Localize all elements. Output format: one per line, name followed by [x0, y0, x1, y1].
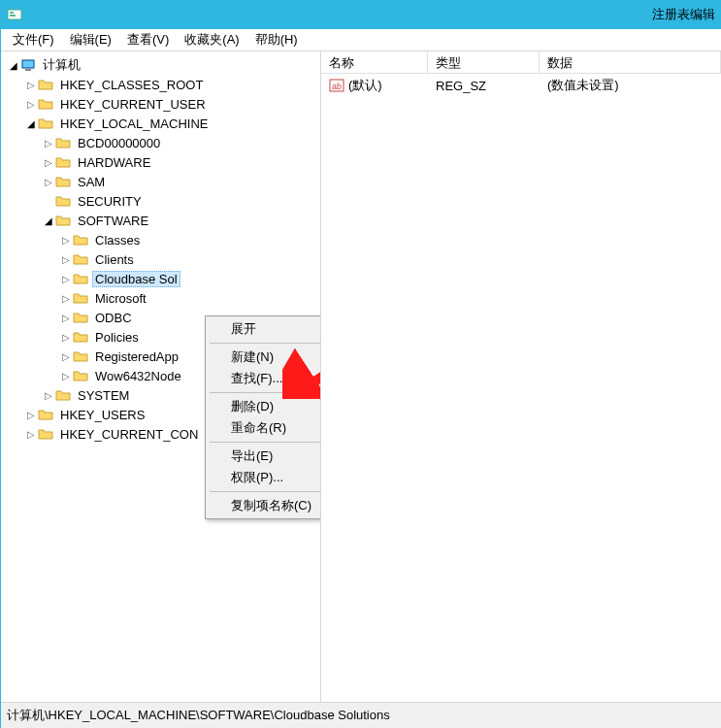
folder-icon [38, 426, 53, 442]
folder-icon [55, 213, 71, 228]
folder-icon [38, 96, 53, 112]
folder-icon [73, 368, 88, 383]
tree-item-hklm[interactable]: HKEY_LOCAL_MACHINE [57, 116, 211, 132]
expand-icon[interactable]: ▷ [59, 233, 73, 247]
title-bar: 注册表编辑 [1, 0, 721, 29]
expand-icon[interactable]: ◢ [7, 58, 20, 72]
expand-icon[interactable]: ▷ [42, 136, 55, 149]
tree-item[interactable]: BCD00000000 [75, 135, 163, 151]
expand-icon[interactable]: ▷ [42, 388, 55, 402]
ctx-expand[interactable]: 展开 [208, 318, 321, 340]
computer-icon [20, 57, 36, 73]
tree-item[interactable]: Clients [92, 251, 137, 268]
expand-icon[interactable]: ▷ [59, 369, 73, 382]
ctx-find[interactable]: 查找(F)... [208, 368, 321, 389]
expand-icon[interactable]: ▷ [42, 175, 55, 188]
tree-item[interactable]: Wow6432Node [92, 368, 184, 384]
list-header: 名称 类型 数据 [321, 51, 721, 74]
ctx-rename[interactable]: 重命名(R) [208, 417, 321, 439]
expand-icon[interactable]: ▷ [24, 408, 38, 421]
expand-icon[interactable]: ▷ [59, 311, 73, 324]
expand-icon[interactable]: ◢ [24, 116, 38, 130]
expand-icon[interactable] [42, 194, 55, 208]
expand-icon[interactable]: ▷ [24, 97, 38, 111]
expand-icon[interactable]: ▷ [24, 427, 38, 441]
separator [210, 491, 321, 492]
status-path: 计算机\HKEY_LOCAL_MACHINE\SOFTWARE\Cloudbas… [7, 707, 390, 724]
folder-icon [55, 193, 71, 209]
folder-icon [55, 387, 71, 403]
context-menu: 展开 新建(N)▶ 查找(F)... 删除(D) 重命名(R) 导出(E) 权限… [205, 315, 321, 519]
tree-item[interactable]: SAM [75, 174, 108, 190]
separator [210, 392, 321, 393]
tree-item[interactable]: Microsoft [92, 290, 149, 307]
folder-icon [55, 154, 71, 170]
expand-icon[interactable]: ▷ [59, 349, 73, 363]
tree-item[interactable]: ODBC [92, 310, 135, 326]
tree-item[interactable]: RegisteredApp [92, 348, 181, 365]
separator [210, 442, 321, 443]
value-list[interactable]: 名称 类型 数据 ab (默认) REG_SZ (数值未设置) [321, 51, 721, 702]
expand-icon[interactable]: ▷ [59, 252, 73, 266]
menu-edit[interactable]: 编辑(E) [64, 29, 117, 50]
folder-icon [38, 116, 53, 131]
expand-icon[interactable]: ▷ [59, 291, 73, 305]
ctx-perm[interactable]: 权限(P)... [208, 467, 321, 488]
expand-icon[interactable]: ▷ [59, 272, 73, 285]
expand-icon[interactable]: ▷ [42, 155, 55, 169]
tree-item[interactable]: Classes [92, 232, 143, 248]
folder-icon [73, 329, 88, 345]
window-title: 注册表编辑 [28, 6, 721, 23]
svg-rect-4 [25, 69, 31, 71]
main-area: ◢ 计算机 ▷HKEY_CLASSES_ROOT ▷HKEY_CURRENT_U… [1, 51, 721, 702]
value-data: (数值未设置) [540, 77, 721, 94]
tree-item[interactable]: HKEY_CURRENT_CON [57, 426, 201, 443]
folder-icon [55, 135, 71, 150]
folder-icon [38, 407, 53, 422]
folder-icon [73, 290, 88, 306]
menu-bar: 文件(F) 编辑(E) 查看(V) 收藏夹(A) 帮助(H) [1, 29, 721, 51]
expand-icon[interactable]: ▷ [59, 330, 73, 344]
svg-text:ab: ab [332, 82, 342, 91]
menu-help[interactable]: 帮助(H) [249, 29, 304, 50]
svg-rect-2 [10, 15, 16, 17]
tree-item[interactable]: SYSTEM [75, 387, 132, 404]
tree-item[interactable]: HKEY_CURRENT_USER [57, 96, 209, 113]
tree-root[interactable]: 计算机 [40, 55, 83, 75]
ctx-delete[interactable]: 删除(D) [208, 396, 321, 417]
value-name: (默认) [348, 77, 382, 94]
svg-rect-1 [10, 12, 14, 14]
tree-pane[interactable]: ◢ 计算机 ▷HKEY_CLASSES_ROOT ▷HKEY_CURRENT_U… [1, 51, 321, 702]
menu-fav[interactable]: 收藏夹(A) [179, 29, 245, 50]
folder-icon [73, 251, 88, 267]
folder-icon [38, 77, 53, 92]
tree-item[interactable]: SECURITY [75, 193, 145, 210]
header-data[interactable]: 数据 [540, 51, 721, 73]
regedit-window: 注册表编辑 文件(F) 编辑(E) 查看(V) 收藏夹(A) 帮助(H) ◢ 计… [0, 0, 721, 728]
regedit-icon [7, 7, 22, 22]
tree-item[interactable]: HARDWARE [75, 154, 153, 171]
ctx-copykey[interactable]: 复制项名称(C) [208, 495, 321, 516]
status-bar: 计算机\HKEY_LOCAL_MACHINE\SOFTWARE\Cloudbas… [1, 702, 721, 728]
svg-rect-3 [22, 60, 34, 68]
tree-item-software[interactable]: SOFTWARE [75, 213, 151, 229]
separator [210, 343, 321, 344]
menu-view[interactable]: 查看(V) [121, 29, 175, 50]
expand-icon[interactable]: ◢ [42, 214, 55, 227]
menu-file[interactable]: 文件(F) [7, 29, 60, 50]
tree-item[interactable]: HKEY_CLASSES_ROOT [57, 77, 206, 93]
list-row[interactable]: ab (默认) REG_SZ (数值未设置) [321, 74, 721, 95]
header-name[interactable]: 名称 [321, 51, 428, 73]
expand-icon[interactable]: ▷ [24, 78, 38, 91]
folder-icon [73, 348, 88, 364]
tree-item[interactable]: HKEY_USERS [57, 407, 147, 423]
header-type[interactable]: 类型 [428, 51, 540, 73]
ctx-new[interactable]: 新建(N)▶ [208, 347, 321, 368]
string-value-icon: ab [329, 78, 344, 93]
folder-icon [73, 232, 88, 248]
folder-icon [73, 271, 88, 286]
folder-icon [73, 310, 88, 325]
tree-item[interactable]: Policies [92, 329, 142, 346]
ctx-export[interactable]: 导出(E) [208, 446, 321, 467]
tree-item-selected[interactable]: Cloudbase Sol [92, 271, 180, 287]
